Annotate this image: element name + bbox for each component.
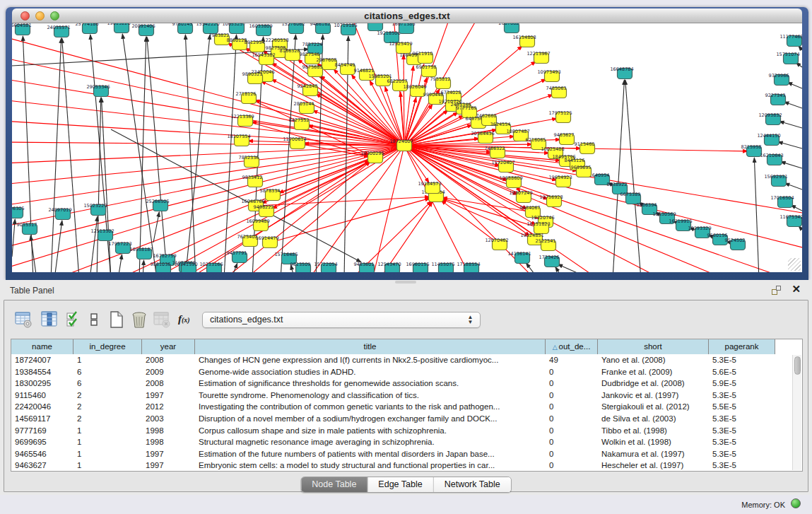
table-row[interactable]: 946362711997Embryonic stem cells: a mode… — [11, 460, 792, 471]
column-header-pagerank[interactable]: pagerank — [709, 339, 775, 354]
cell-title: Corpus callosum shape and size in male p… — [195, 425, 546, 437]
citation-edge-black[interactable] — [122, 34, 157, 272]
show-columns-icon[interactable] — [40, 310, 60, 330]
citation-edge-black[interactable] — [30, 235, 37, 272]
graph-node-label: 18300295 — [360, 151, 384, 156]
splitter-handle[interactable] — [395, 281, 416, 284]
citation-edge-black[interactable] — [185, 35, 210, 272]
window-titlebar[interactable]: citations_edges.txt — [12, 8, 802, 23]
graph-node-label: 10653257 — [222, 23, 245, 27]
citation-edge-red[interactable] — [404, 146, 802, 250]
column-header-out_degree[interactable]: △out_de... — [546, 339, 598, 354]
table-settings-icon[interactable] — [14, 310, 34, 330]
graph-node-label: 15722054 — [314, 262, 337, 267]
citation-edge-red[interactable] — [372, 146, 404, 272]
function-builder-icon[interactable]: f(x) — [178, 313, 198, 333]
memory-status-indicator[interactable] — [791, 498, 801, 508]
citation-edge-black[interactable] — [62, 38, 79, 272]
graph-node-label: 7462660 — [476, 113, 497, 119]
graph-node-label: 15692931 — [764, 174, 787, 180]
table-row[interactable]: 946554611997Estimation of the future num… — [11, 448, 792, 460]
citation-edge-black[interactable] — [555, 267, 563, 272]
table-selector-dropdown[interactable]: citations_edges.txt ▲▼ — [202, 312, 481, 328]
graph-node-label: 16210643 — [760, 153, 783, 158]
graph-node-label: 16914479 — [255, 235, 278, 241]
float-panel-icon[interactable] — [772, 286, 781, 295]
table-row[interactable]: 977716911998Corpus callosum shape and si… — [11, 425, 792, 437]
tab-edge-table[interactable]: Edge Table — [367, 477, 433, 492]
table-selector-value: citations_edges.txt — [210, 315, 283, 325]
citation-edge-black[interactable] — [231, 263, 237, 272]
citation-edge-red[interactable] — [255, 100, 404, 146]
citation-edge-black[interactable] — [781, 162, 802, 168]
citation-edge-black[interactable] — [613, 80, 624, 272]
new-file-icon[interactable] — [107, 310, 127, 330]
citation-edge-black[interactable] — [778, 141, 802, 148]
cell-title: Changes of HCN gene expression and I(f) … — [195, 354, 546, 366]
table-row[interactable]: 911546021997Tourette syndrome. Phenomeno… — [11, 390, 792, 402]
vertical-scrollbar[interactable] — [792, 355, 801, 470]
cells-icon[interactable] — [85, 310, 105, 330]
graph-node-label: 11675342 — [779, 214, 802, 220]
column-header-year[interactable]: year — [142, 339, 195, 354]
graph-node-label: 9684067 — [520, 205, 541, 211]
citation-edge-black[interactable] — [784, 102, 802, 108]
citation-edge-black[interactable] — [754, 158, 759, 272]
citation-edge-red[interactable] — [270, 198, 430, 243]
citation-edge-black[interactable] — [118, 255, 122, 272]
graph-node-label: 16782759 — [153, 253, 176, 259]
trash-icon[interactable] — [130, 310, 150, 330]
panel-title: Table Panel — [10, 286, 54, 296]
citation-graph[interactable]: 1660458124035571257741861901322620891406… — [12, 23, 802, 272]
scrollbar-thumb[interactable] — [794, 356, 801, 375]
citation-edge-black[interactable] — [779, 122, 802, 128]
table-row[interactable]: 2242004622012Investigating the contribut… — [11, 401, 792, 413]
graph-node-label: 8938922 — [607, 182, 628, 187]
citation-edge-black[interactable] — [153, 212, 159, 243]
column-header-short[interactable]: short — [598, 339, 709, 354]
citation-edge-black[interactable] — [526, 263, 539, 272]
column-header-in_degree[interactable]: in_degree — [73, 339, 142, 354]
citation-edge-black[interactable] — [787, 82, 802, 88]
graph-node-label: 7857224 — [302, 42, 323, 47]
tab-node-table[interactable]: Node Table — [301, 477, 367, 492]
graph-node-label: 9524502 — [725, 238, 746, 243]
citation-edge-black[interactable] — [185, 35, 196, 272]
citation-edge-black[interactable] — [23, 36, 33, 272]
column-header-name[interactable]: name — [11, 339, 73, 354]
resize-grip[interactable] — [788, 258, 801, 271]
graph-node-label: 9835412 — [242, 175, 263, 180]
citation-edge-black[interactable] — [139, 37, 146, 272]
cell-year: 1998 — [142, 425, 195, 437]
citation-edge-red[interactable] — [320, 76, 404, 146]
graph-node-label: 12070462 — [485, 238, 508, 243]
graph-node-label: 8215958 — [741, 144, 762, 150]
graph-node-label: 22260538 — [265, 37, 288, 43]
cell-pagerank: 5.3E-5 — [709, 390, 775, 402]
table-row[interactable]: 1830029562008Estimation of significance … — [11, 378, 792, 390]
citation-edge-red[interactable] — [256, 197, 430, 206]
citation-edge-black[interactable] — [784, 183, 802, 189]
table-row[interactable]: 1456911722003Disruption of a novel membe… — [11, 413, 792, 425]
citation-edge-black[interactable] — [281, 35, 295, 272]
table-row[interactable]: 969969511998Structural magnetic resonanc… — [11, 436, 792, 448]
table-row[interactable]: 1938455462009Genome-wide association stu… — [11, 366, 792, 378]
graph-node-label: 7955812 — [430, 76, 451, 82]
close-panel-icon[interactable]: ✕ — [792, 283, 801, 296]
citation-edge-black[interactable] — [54, 221, 62, 272]
status-bar: Memory: OK — [0, 495, 812, 514]
citation-edge-red[interactable] — [404, 54, 404, 146]
select-rows-icon[interactable] — [65, 310, 85, 330]
graph-node-label: 7625402 — [237, 234, 258, 240]
header-filler — [775, 339, 802, 354]
column-header-title[interactable]: title — [195, 339, 546, 354]
citation-edge-red[interactable] — [404, 64, 424, 146]
citation-edge-red[interactable] — [12, 78, 404, 146]
citation-edge-black[interactable] — [143, 260, 144, 272]
table-row[interactable]: 1872400712008Changes of HCN gene express… — [11, 354, 792, 366]
tab-network-table[interactable]: Network Table — [434, 477, 511, 492]
cell-out_degree: 0 — [546, 460, 598, 471]
network-canvas[interactable]: 1660458124035571257741861901322620891406… — [12, 23, 802, 272]
cell-in_degree: 1 — [73, 460, 142, 471]
citation-edge-red[interactable] — [404, 146, 557, 180]
